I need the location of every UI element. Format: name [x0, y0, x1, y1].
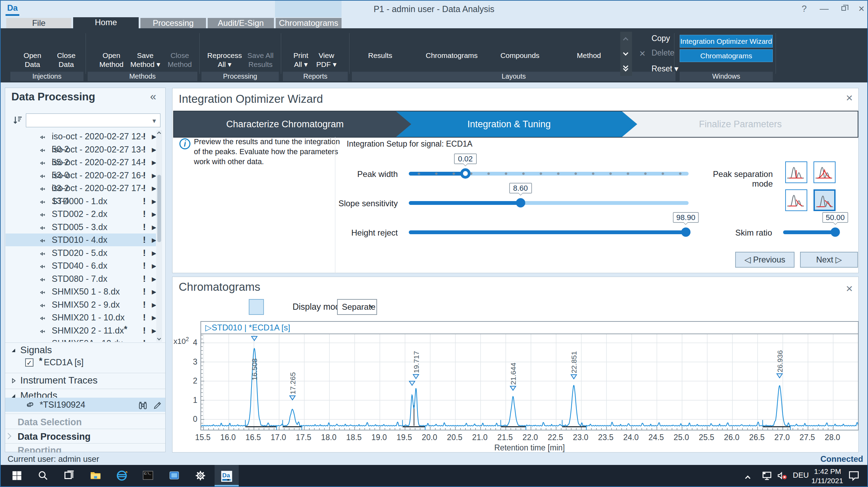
peak-skim-icon[interactable]: M4 20 h3 C10 20 10 7 13 7 C16 7 16 20 18…	[265, 299, 280, 315]
method-button[interactable]: M5 4 h7 v16 h-7 z M12 4 h7 v16 h-7 M7 4 …	[565, 31, 612, 60]
scroll-down-icon[interactable]	[623, 50, 629, 56]
tree-item-std010-4-dx[interactable]: STD010 - 4.dx!▶	[6, 233, 156, 246]
collapse-sidebar-button[interactable]: «	[150, 90, 156, 103]
peak-width-slider[interactable]: 0.02	[409, 168, 689, 179]
process-icon[interactable]: ▶	[152, 311, 156, 324]
signal-checkbox[interactable]: ✓	[25, 358, 33, 367]
tab-home[interactable]: Home	[73, 17, 139, 28]
close-method-button[interactable]: M4 4 h7 v16 h-7 z M11 4 h7 v6 M12 12 l6 …	[156, 31, 203, 69]
link-y-axis-icon[interactable]: M10 4 l-4.5 4.5 a3.2 3.2 0 0 0 4.5 4.5 L…	[233, 299, 248, 315]
tree-item-std020-5-dx[interactable]: STD020 - 5.dx!▶	[6, 247, 156, 259]
compounds-button[interactable]: M17 6 m-2.5 0 a2.5 2.5 0 1 0 5 0 a2.5 2.…	[496, 31, 543, 60]
tree-item-std080-7-dx[interactable]: STD080 - 7.dx!▶	[6, 272, 156, 285]
network-icon[interactable]	[761, 470, 773, 487]
volume-muted-icon[interactable]	[776, 470, 788, 487]
help-button[interactable]: ?	[797, 3, 811, 14]
edit-method-icon[interactable]	[153, 400, 162, 414]
process-icon[interactable]: ▶	[152, 182, 156, 195]
data-analysis-app-icon[interactable]: Da	[215, 465, 239, 486]
tree-item-iso-oct-2020-02-27-16-03-2[interactable]: iso-oct - 2020-02-27 16-03-2!▶	[6, 169, 156, 182]
process-icon[interactable]: ▶	[152, 130, 156, 143]
process-icon[interactable]: ▶	[152, 234, 156, 247]
method-review-icon[interactable]	[138, 400, 148, 415]
process-icon[interactable]: ▶	[152, 156, 156, 169]
scroll-down-icon[interactable]	[157, 336, 161, 340]
tab-processing[interactable]: Processing	[140, 18, 206, 28]
tab-audit-e-sign[interactable]: Audit/E-Sign	[208, 18, 274, 28]
process-icon[interactable]: ▶	[152, 195, 156, 208]
scrollbar-thumb[interactable]	[157, 175, 161, 242]
tree-scrollbar[interactable]	[156, 130, 162, 342]
instrument-traces-section-header[interactable]: Instrument Traces	[11, 375, 98, 386]
command-prompt-icon[interactable]: C:\_	[136, 465, 160, 486]
chromatogram-plot[interactable]: 16.50817.26519.71721.64422.85126.936	[200, 334, 859, 430]
peak-separation-option-1[interactable]	[785, 161, 807, 183]
window-button-chromatograms[interactable]: Chromatograms	[680, 49, 773, 62]
tree-item-std005-3-dx[interactable]: STD005 - 3.dx!▶	[6, 221, 156, 233]
blue-app-icon[interactable]	[162, 465, 186, 486]
nav-data-selection[interactable]: Data Selection	[5, 416, 165, 429]
close-button[interactable]: ×	[854, 3, 868, 14]
process-icon[interactable]: ▶	[152, 247, 156, 260]
clock[interactable]: 1:42 PM 1/11/2021	[811, 467, 841, 487]
signal-row-ecd1a[interactable]: ✓ * ECD1A [s]	[5, 357, 165, 370]
process-icon[interactable]: ▶	[152, 325, 156, 337]
single-peak-view-icon[interactable]: M4 4 v14 h16 M6 15 h2 l2-8 2 8 h6 M16 16…	[249, 299, 264, 315]
display-mode-dropdown[interactable]: Separate ▾	[337, 299, 377, 315]
restore-button[interactable]	[837, 3, 851, 14]
process-icon[interactable]: ▶	[152, 221, 156, 234]
peak-separation-option-4[interactable]	[813, 189, 836, 211]
process-icon[interactable]: ▶	[152, 273, 156, 286]
tree-item-shmix50-1-8-dx[interactable]: SHMIX50 1 - 8.dx!▶	[6, 285, 156, 298]
chromatogram-header[interactable]: ▷STD010 | *ECD1A [s]	[200, 321, 859, 334]
zoom-out-icon[interactable]: M10 9 m-6 0 a6 6 0 1 0 12 0 a6 6 0 1 0 -…	[177, 299, 192, 315]
tree-item-std002-2-dx[interactable]: STD002 - 2.dx!▶	[6, 208, 156, 220]
peak-separation-option-3[interactable]	[785, 189, 807, 211]
nav-data-processing[interactable]: Data Processing	[5, 430, 165, 443]
process-icon[interactable]: ▶	[152, 169, 156, 182]
close-data-button[interactable]: M5 8 v13 h11 v-9 M5 8 l3-3 h6 M12 10 l5 …	[43, 31, 90, 69]
minimize-button[interactable]: —	[817, 3, 831, 14]
skim-ratio-thumb[interactable]	[831, 228, 840, 237]
internet-explorer-icon[interactable]	[110, 465, 134, 486]
step-finalize-parameters[interactable]: Finalize Parameters	[622, 111, 858, 137]
process-icon[interactable]: ▶	[152, 143, 156, 156]
tree-item-shmix50a-12-dx[interactable]: SHMIX50A - 12.dx!▶	[6, 337, 156, 342]
tree-item-iso-oct-2020-02-27-14-53-0[interactable]: iso-oct - 2020-02-27 14-53-0!▶	[6, 156, 156, 169]
zoom-window-icon[interactable]: M4 4 v16 h16 M6 17 l3-8 3 8 M12 10 h8 v6…	[209, 299, 224, 315]
tree-item-iso-oct-2020-02-27-13-55-2[interactable]: iso-oct - 2020-02-27 13-55-2!▶	[6, 143, 156, 156]
view-pdf-button[interactable]: M5 3 h9 l4 4 v14 h-13 z M8 8 h6 M8 11 h7…	[303, 31, 350, 69]
process-icon[interactable]: ▶	[152, 337, 156, 342]
slope-sensitivity-thumb[interactable]	[516, 198, 525, 208]
tree-item-iso-oct-2020-02-27-12-50-2[interactable]: iso-oct - 2020-02-27 12-50-2!▶	[6, 130, 156, 143]
process-icon[interactable]: ▶	[152, 286, 156, 298]
skim-ratio-slider[interactable]: 50.00	[783, 227, 838, 237]
step-integration-tuning[interactable]: Integration & Tuning	[396, 111, 637, 137]
overlay-signals-icon[interactable]: M4 4 v16 h16 M6 17 l2-8 2 8 M12 17 l2-10…	[193, 299, 208, 315]
start-button[interactable]	[5, 465, 29, 486]
tree-item-shmix20-2-11-dx[interactable]: SHMIX20 2 - 11.dx *!▶	[6, 324, 156, 337]
tree-item-std040-6-dx[interactable]: STD040 - 6.dx!▶	[6, 259, 156, 272]
tab-chromatograms[interactable]: Chromatograms	[276, 18, 342, 28]
save-all-results-button[interactable]: M3 6 h12 l3 3 v11 h-15 z M6 6 v5 h7 V6 M…	[237, 31, 284, 69]
next-button[interactable]: Next ▷	[800, 252, 858, 268]
settings-gear-icon[interactable]	[188, 465, 213, 486]
step-characterize-chromatogram[interactable]: Characterize Chromatogram	[174, 111, 411, 137]
tree-item-iso-oct-2020-02-27-17-13-4[interactable]: iso-oct - 2020-02-27 17-13-4!▶	[6, 182, 156, 195]
signals-section-header[interactable]: Signals	[11, 345, 52, 356]
tree-item-std000-1-dx[interactable]: STD000 - 1.dx!▶	[6, 195, 156, 208]
chromatograms-close-icon[interactable]: ×	[846, 282, 853, 295]
task-view-icon[interactable]	[57, 465, 81, 486]
tree-item-shmix50-2-9-dx[interactable]: SHMIX50 2 - 9.dx!▶	[6, 298, 156, 311]
tray-expand-icon[interactable]	[746, 473, 750, 487]
file-explorer-icon[interactable]	[83, 465, 108, 486]
slope-sensitivity-slider[interactable]: 8.60	[409, 198, 689, 208]
action-center-icon[interactable]	[848, 470, 860, 487]
previous-button[interactable]: ◁ Previous	[735, 252, 795, 268]
tab-file[interactable]: File	[6, 18, 71, 28]
process-icon[interactable]: ▶	[152, 260, 156, 272]
height-reject-thumb[interactable]	[681, 228, 690, 237]
method-row-tsi190924[interactable]: *TSI190924	[5, 398, 165, 412]
height-reject-slider[interactable]: 98.90	[409, 227, 689, 237]
window-button-integration-optimizer-wizard[interactable]: Integration Optimizer Wizard	[680, 35, 773, 48]
